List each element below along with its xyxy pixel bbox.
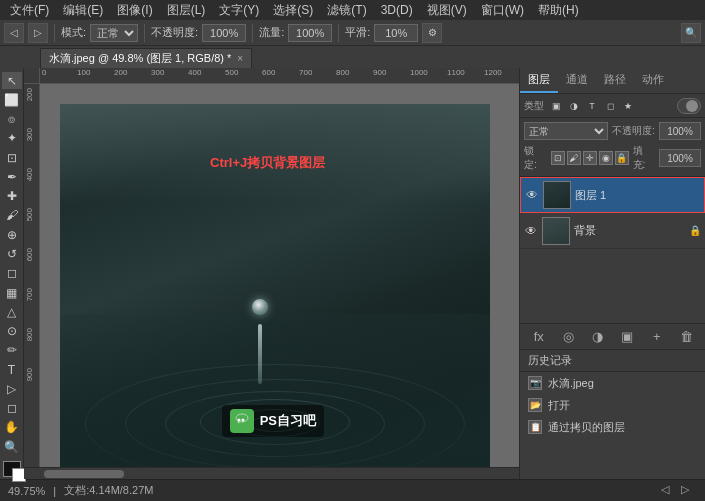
layer-fx-btn[interactable]: fx [529,327,549,347]
tool-history-brush[interactable]: ↺ [2,245,22,262]
tab-close-btn[interactable]: × [237,53,243,64]
settings-btn[interactable]: ⚙ [422,23,442,43]
tool-pen[interactable]: ✏ [2,342,22,359]
menu-layer[interactable]: 图层(L) [161,2,212,19]
layer-mask-btn[interactable]: ◎ [558,327,578,347]
tool-eyedropper[interactable]: ✒ [2,168,22,185]
tool-move[interactable]: ↖ [2,72,22,89]
layer-new-btn[interactable]: + [647,327,667,347]
h-scrollbar[interactable] [24,467,519,479]
menu-edit[interactable]: 编辑(E) [57,2,109,19]
layer-adjust-btn[interactable]: ◑ [588,327,608,347]
history-list: 📷 水滴.jpeg 📂 打开 📋 通过拷贝的图层 [520,372,705,479]
zoom-level: 49.75% [8,485,45,497]
toolbar-back-btn[interactable]: ◁ [4,23,24,43]
tool-magic-wand[interactable]: ✦ [2,130,22,147]
v-ruler-label-900: 900 [25,368,34,381]
tool-heal[interactable]: ✚ [2,188,22,205]
menu-filter[interactable]: 滤镜(T) [321,2,372,19]
tool-clone[interactable]: ⊕ [2,226,22,243]
smooth-label: 平滑: [345,25,370,40]
layers-filter-toolbar: 类型 ▣ ◑ T ◻ ★ [520,94,705,118]
tool-blur[interactable]: △ [2,303,22,320]
type-filter-smart[interactable]: ★ [620,98,636,114]
layer-visibility-1[interactable]: 👁 [525,188,539,202]
lock-transparent[interactable]: ⊡ [551,151,565,165]
scrollbar-thumb[interactable] [44,470,124,478]
menu-file[interactable]: 文件(F) [4,2,55,19]
flow-input[interactable] [288,24,332,42]
history-item-0[interactable]: 📷 水滴.jpeg [520,372,705,394]
layers-section: 类型 ▣ ◑ T ◻ ★ 正常 不透明 [520,94,705,349]
tool-select-rect[interactable]: ⬜ [2,91,22,108]
layer-opacity-input[interactable] [659,122,701,140]
tab-actions[interactable]: 动作 [634,68,672,93]
ruler-horizontal: 0 100 200 300 400 500 600 700 800 900 10… [40,68,519,84]
tab-layers[interactable]: 图层 [520,68,558,93]
lock-label: 锁定: [524,144,547,172]
layer-item-bg[interactable]: 👁 背景 🔒 [520,213,705,249]
tool-hand[interactable]: ✋ [2,419,22,436]
tool-shape[interactable]: ◻ [2,400,22,417]
tab-channels[interactable]: 通道 [558,68,596,93]
menu-view[interactable]: 视图(V) [421,2,473,19]
tool-brush[interactable]: 🖌 [2,207,22,224]
foreground-color[interactable] [3,461,21,477]
ruler-label-900: 900 [373,68,386,77]
menu-3d[interactable]: 3D(D) [375,3,419,17]
watermark-label: PS自习吧 [260,412,316,430]
type-filter-adjust[interactable]: ◑ [566,98,582,114]
menu-type[interactable]: 文字(Y) [213,2,265,19]
fill-input[interactable] [659,149,701,167]
ruler-label-100: 100 [77,68,90,77]
drop-stem [258,324,262,384]
tool-gradient[interactable]: ▦ [2,284,22,301]
layer-delete-btn[interactable]: 🗑 [676,327,696,347]
lock-position[interactable]: ✛ [583,151,597,165]
tool-crop[interactable]: ⊡ [2,149,22,166]
layer-item-1[interactable]: 👁 图层 1 [520,177,705,213]
smooth-input[interactable] [374,24,418,42]
lock-image[interactable]: 🖌 [567,151,581,165]
main-toolbar: ◁ ▷ 模式: 正常 不透明度: 流量: 平滑: ⚙ 🔍 [0,20,705,46]
search-btn[interactable]: 🔍 [681,23,701,43]
type-filter-shape[interactable]: ◻ [602,98,618,114]
type-filter-type[interactable]: T [584,98,600,114]
menu-help[interactable]: 帮助(H) [532,2,585,19]
history-label-0: 水滴.jpeg [548,376,594,391]
tool-lasso[interactable]: ⌾ [2,111,22,128]
filter-toggle[interactable] [677,98,701,114]
mode-label: 模式: [61,25,86,40]
document-tab[interactable]: 水滴.jpeg @ 49.8% (图层 1, RGB/8) * × [40,48,252,68]
layer-group-btn[interactable]: ▣ [617,327,637,347]
svg-point-1 [241,419,244,422]
ruler-label-1000: 1000 [410,68,428,77]
annotation-text: Ctrl+J拷贝背景图层 [210,154,325,172]
wechat-svg [234,413,250,429]
lock-artboard[interactable]: ◉ [599,151,613,165]
lock-all[interactable]: 🔒 [615,151,629,165]
tool-path-select[interactable]: ▷ [2,380,22,397]
status-icon-1[interactable]: ◁ [661,483,677,499]
tool-zoom[interactable]: 🔍 [2,438,22,455]
ruler-vertical: 200 300 400 500 600 700 800 900 [24,84,40,467]
layer-visibility-bg[interactable]: 👁 [524,224,538,238]
tool-eraser[interactable]: ◻ [2,265,22,282]
v-ruler-label-500: 500 [25,208,34,221]
history-item-1[interactable]: 📂 打开 [520,394,705,416]
ruler-label-400: 400 [188,68,201,77]
menu-window[interactable]: 窗口(W) [475,2,530,19]
menu-select[interactable]: 选择(S) [267,2,319,19]
tab-paths[interactable]: 路径 [596,68,634,93]
type-filter-pixel[interactable]: ▣ [548,98,564,114]
menu-image[interactable]: 图像(I) [111,2,158,19]
status-icon-2[interactable]: ▷ [681,483,697,499]
history-item-2[interactable]: 📋 通过拷贝的图层 [520,416,705,438]
opacity-input[interactable] [202,24,246,42]
tool-dodge[interactable]: ⊙ [2,322,22,339]
status-icons: ◁ ▷ [661,483,697,499]
layer-blend-select[interactable]: 正常 [524,122,608,140]
blend-mode-select[interactable]: 正常 [90,24,138,42]
toolbar-fwd-btn[interactable]: ▷ [28,23,48,43]
tool-type[interactable]: T [2,361,22,378]
